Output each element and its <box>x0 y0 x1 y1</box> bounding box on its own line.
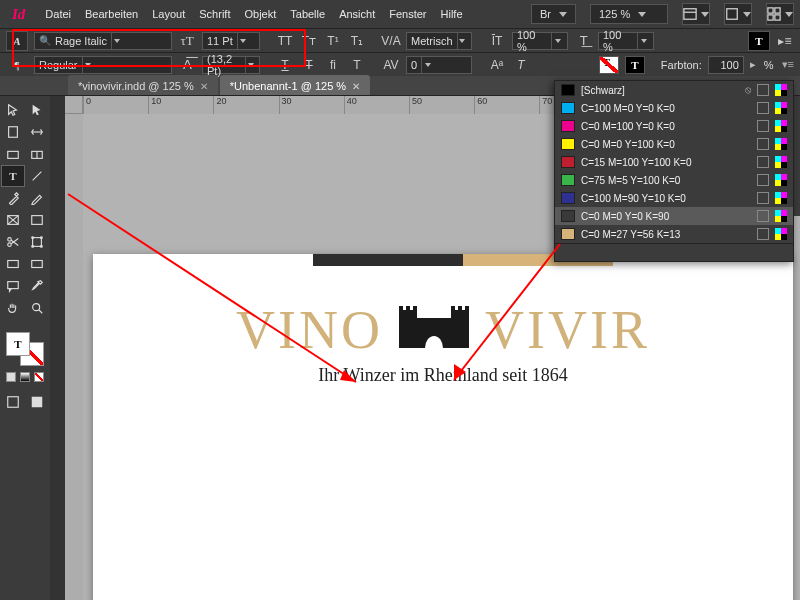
apply-color-icon[interactable] <box>6 372 16 382</box>
font-style-combo[interactable]: Regular <box>34 56 172 74</box>
zoom-chip[interactable]: 125 % <box>590 4 668 24</box>
underline-icon[interactable]: T <box>276 56 294 74</box>
swatch-name: C=0 M=0 Y=0 K=90 <box>581 211 751 222</box>
menu-hilfe[interactable]: Hilfe <box>441 8 463 20</box>
scissors-tool[interactable] <box>2 232 24 252</box>
menu-schrift[interactable]: Schrift <box>199 8 230 20</box>
type-tool[interactable]: T <box>2 166 24 186</box>
gradient-feather-tool[interactable] <box>26 254 48 274</box>
kerning-combo[interactable]: Metrisch <box>406 32 472 50</box>
pencil-tool[interactable] <box>26 188 48 208</box>
screen-mode-icon[interactable] <box>724 3 752 25</box>
panel-menu-icon[interactable]: ▸≡ <box>776 32 794 50</box>
svg-rect-15 <box>32 216 43 225</box>
swatch-row[interactable]: C=100 M=90 Y=10 K=0 <box>555 189 793 207</box>
arrange-icon[interactable] <box>766 3 794 25</box>
smallcaps-icon[interactable]: Tᴛ <box>300 32 318 50</box>
swatch-row[interactable]: C=0 M=100 Y=0 K=0 <box>555 117 793 135</box>
svg-rect-33 <box>451 310 469 348</box>
svg-point-21 <box>32 237 34 239</box>
swatch-row[interactable]: C=15 M=100 Y=100 K=0 <box>555 153 793 171</box>
hscale-combo[interactable]: 100 % <box>598 32 654 50</box>
gap-tool[interactable] <box>26 122 48 142</box>
tint-value-input[interactable]: 100 <box>708 56 744 74</box>
bridge-chip[interactable]: Br <box>531 4 576 24</box>
svg-rect-27 <box>8 282 19 289</box>
apply-none-icon[interactable] <box>34 372 44 382</box>
cmyk-icon <box>775 192 787 204</box>
content-placer[interactable] <box>26 144 48 164</box>
note-tool[interactable] <box>2 276 24 296</box>
normal-view-icon[interactable] <box>2 392 24 412</box>
swatch-row[interactable]: [Schwarz]⦸ <box>555 81 793 99</box>
char-stroke-swatch[interactable]: T <box>599 56 619 74</box>
svg-rect-35 <box>399 306 403 312</box>
line-tool[interactable] <box>26 166 48 186</box>
preview-view-icon[interactable] <box>26 392 48 412</box>
subscript-icon[interactable]: T₁ <box>348 32 366 50</box>
ligature-icon[interactable]: fi <box>324 56 342 74</box>
paragraph-mode-icon[interactable]: ¶ <box>6 55 28 75</box>
menu-datei[interactable]: Datei <box>45 8 71 20</box>
menu-tabelle[interactable]: Tabelle <box>290 8 325 20</box>
swatch-row[interactable]: C=75 M=5 Y=100 K=0 <box>555 171 793 189</box>
leading-combo[interactable]: (13,2 Pt) <box>202 56 260 74</box>
char-fill-swatch[interactable]: T <box>748 31 770 51</box>
logo-word-left: VINO <box>236 300 383 360</box>
free-transform-tool[interactable] <box>26 232 48 252</box>
font-size-combo[interactable]: 11 Pt <box>202 32 260 50</box>
hscale-value: 100 % <box>603 29 633 53</box>
apply-gradient-icon[interactable] <box>20 372 30 382</box>
vscale-combo[interactable]: 100 % <box>512 32 568 50</box>
swatch-name: [Schwarz] <box>581 85 739 96</box>
eyedropper-tool[interactable] <box>26 276 48 296</box>
page[interactable]: VINO VIVIR <box>93 254 793 600</box>
rectangle-tool[interactable] <box>26 210 48 230</box>
panel-menu-icon-2[interactable]: ▾≡ <box>782 58 794 71</box>
doc-tab-unbenannt[interactable]: *Unbenannt-1 @ 125 %✕ <box>220 75 370 95</box>
gradient-swatch-tool[interactable] <box>2 254 24 274</box>
control-panel-row1: A 🔍 Rage Italic τT 11 Pt TT Tᴛ T¹ T₁ V/A… <box>0 28 800 52</box>
content-collector[interactable] <box>2 144 24 164</box>
tint-label: Farbton: <box>661 59 702 71</box>
swatch-row[interactable]: C=100 M=0 Y=0 K=0 <box>555 99 793 117</box>
swatch-row[interactable]: C=0 M=0 Y=100 K=0 <box>555 135 793 153</box>
selection-tool[interactable] <box>2 100 24 120</box>
font-family-combo[interactable]: 🔍 Rage Italic <box>34 32 172 50</box>
menu-fenster[interactable]: Fenster <box>389 8 426 20</box>
page-tool[interactable] <box>2 122 24 142</box>
rectangle-frame-tool[interactable] <box>2 210 24 230</box>
direct-selection-tool[interactable] <box>26 100 48 120</box>
close-icon[interactable]: ✕ <box>200 81 208 92</box>
tint-arrow-icon[interactable]: ▸ <box>750 58 756 71</box>
swatch-chip <box>561 102 575 114</box>
cmyk-icon <box>775 120 787 132</box>
strike-icon[interactable]: T <box>300 56 318 74</box>
menu-ansicht[interactable]: Ansicht <box>339 8 375 20</box>
doc-tab-vinovivir[interactable]: *vinovivir.indd @ 125 %✕ <box>68 75 218 95</box>
emspace-icon[interactable]: T <box>348 56 366 74</box>
view-options-icon[interactable] <box>682 3 710 25</box>
ruler-origin[interactable] <box>65 96 83 114</box>
tracking-combo[interactable]: 0 <box>406 56 472 74</box>
logo-tagline[interactable]: Ihr Winzer im Rheinland seit 1864 <box>93 365 793 386</box>
superscript-icon[interactable]: T¹ <box>324 32 342 50</box>
pen-tool[interactable] <box>2 188 24 208</box>
allcaps-icon[interactable]: TT <box>276 32 294 50</box>
color-mode-box-icon <box>757 102 769 114</box>
svg-point-28 <box>33 304 40 311</box>
text-overprint-icon[interactable]: T <box>625 56 645 74</box>
menu-bearbeiten[interactable]: Bearbeiten <box>85 8 138 20</box>
hand-tool[interactable] <box>2 298 24 318</box>
fill-stroke-swatch[interactable]: T <box>6 332 44 366</box>
swatch-row[interactable]: C=0 M=0 Y=0 K=90 <box>555 207 793 225</box>
menu-layout[interactable]: Layout <box>152 8 185 20</box>
character-mode-icon[interactable]: A <box>6 31 28 51</box>
zoom-tool[interactable] <box>26 298 48 318</box>
swatch-row[interactable]: C=0 M=27 Y=56 K=13 <box>555 225 793 243</box>
svg-rect-5 <box>768 15 773 20</box>
menu-objekt[interactable]: Objekt <box>244 8 276 20</box>
close-icon[interactable]: ✕ <box>352 81 360 92</box>
color-apply-mode[interactable] <box>2 372 48 382</box>
ruler-vertical[interactable] <box>65 114 83 600</box>
